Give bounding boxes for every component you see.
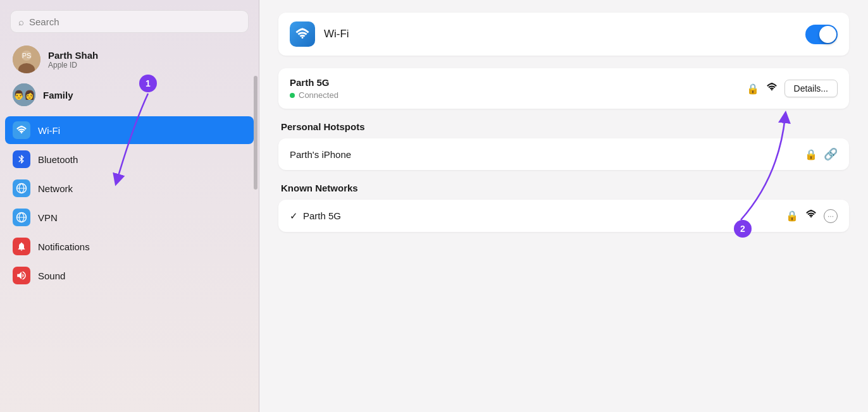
sidebar-item-sound[interactable]: Sound xyxy=(5,262,254,289)
hotspot-row: Parth's iPhone 🔒 🔗 xyxy=(290,147,838,161)
bluetooth-icon xyxy=(13,150,30,168)
sound-icon xyxy=(13,267,30,284)
hotspot-lock-icon: 🔒 xyxy=(805,148,817,161)
details-button[interactable]: Details... xyxy=(784,80,838,97)
vpn-icon xyxy=(13,209,30,226)
sidebar-item-bluetooth-label: Bluetooth xyxy=(38,154,78,165)
wifi-app-icon xyxy=(290,21,315,47)
avatar-parth: PS xyxy=(13,45,40,73)
avatar-family: 👨‍👩 xyxy=(13,83,35,106)
sidebar-item-notifications[interactable]: Notifications xyxy=(5,233,254,260)
profile-subtitle: Apple ID xyxy=(48,61,98,70)
search-icon: ⌕ xyxy=(18,16,24,27)
known-network-name: Parth 5G xyxy=(303,210,341,221)
known-row: ✓ Parth 5G 🔒 ··· xyxy=(290,209,838,223)
nav-items: Wi-Fi Bluetooth Network xyxy=(0,116,259,289)
profile-item-apple-id[interactable]: PS Parth Shah Apple ID xyxy=(5,40,254,78)
wifi-header-left: Wi-Fi xyxy=(290,21,349,47)
sidebar-item-network[interactable]: Network xyxy=(5,174,254,202)
status-dot xyxy=(290,93,295,98)
connected-network-card: Parth 5G Connected 🔒 Details... xyxy=(278,68,849,109)
network-status: Connected xyxy=(290,90,338,100)
wifi-header-card: Wi-Fi xyxy=(278,13,849,56)
family-item[interactable]: 👨‍👩 Family xyxy=(5,78,254,111)
status-text: Connected xyxy=(299,90,338,100)
svg-text:👨‍👩: 👨‍👩 xyxy=(13,90,35,100)
known-lock-icon: 🔒 xyxy=(786,210,798,222)
sidebar-scrollbar[interactable] xyxy=(254,76,257,190)
personal-hotspot-card: Parth's iPhone 🔒 🔗 xyxy=(278,138,849,170)
sidebar-item-network-label: Network xyxy=(38,183,73,194)
known-network-card: ✓ Parth 5G 🔒 ··· xyxy=(278,200,849,232)
network-icon xyxy=(13,179,30,197)
more-options-icon[interactable]: ··· xyxy=(824,209,838,223)
known-wifi-icon xyxy=(805,209,817,223)
family-label: Family xyxy=(43,90,73,100)
hotspot-link-icon: 🔗 xyxy=(824,147,838,161)
toggle-knob xyxy=(819,26,836,43)
lock-icon: 🔒 xyxy=(747,83,759,95)
network-info: Parth 5G Connected xyxy=(290,77,338,100)
sidebar-item-wifi[interactable]: Wi-Fi xyxy=(5,116,254,144)
notifications-icon xyxy=(13,238,30,255)
annotation-bubble-2: 2 xyxy=(734,220,752,238)
main-content: 2 Wi-Fi Parth 5G xyxy=(259,0,868,412)
known-networks-header: Known Networks xyxy=(278,183,849,193)
known-left: ✓ Parth 5G xyxy=(290,210,341,222)
network-row: Parth 5G Connected 🔒 Details... xyxy=(290,77,838,100)
personal-hotspots-header: Personal Hotspots xyxy=(278,121,849,132)
svg-text:PS: PS xyxy=(22,52,32,59)
hotspot-name: Parth's iPhone xyxy=(290,149,351,160)
profile-name: Parth Shah xyxy=(48,50,98,61)
search-input[interactable] xyxy=(29,16,240,27)
sidebar-item-vpn[interactable]: VPN xyxy=(5,203,254,231)
sidebar-item-notifications-label: Notifications xyxy=(38,241,90,252)
search-bar[interactable]: ⌕ xyxy=(10,10,249,33)
annotation-bubble-1: 1 xyxy=(139,75,157,92)
sidebar-item-wifi-label: Wi-Fi xyxy=(38,125,60,136)
profile-section: PS Parth Shah Apple ID 👨‍👩 Family xyxy=(0,40,259,116)
network-actions: 🔒 Details... xyxy=(747,80,838,97)
sidebar-item-vpn-label: VPN xyxy=(38,212,58,223)
wifi-toggle[interactable] xyxy=(805,25,838,44)
sidebar-item-sound-label: Sound xyxy=(38,270,65,281)
wifi-header-title: Wi-Fi xyxy=(324,28,349,40)
wifi-signal-icon xyxy=(766,82,778,96)
profile-info: Parth Shah Apple ID xyxy=(48,50,98,70)
sidebar: 1 ⌕ PS Parth Shah xyxy=(0,0,259,412)
network-name: Parth 5G xyxy=(290,77,338,88)
wifi-icon xyxy=(13,121,30,139)
sidebar-item-bluetooth[interactable]: Bluetooth xyxy=(5,145,254,173)
checkmark-icon: ✓ xyxy=(290,210,298,222)
known-icons: 🔒 ··· xyxy=(786,209,838,223)
hotspot-icons: 🔒 🔗 xyxy=(805,147,838,161)
